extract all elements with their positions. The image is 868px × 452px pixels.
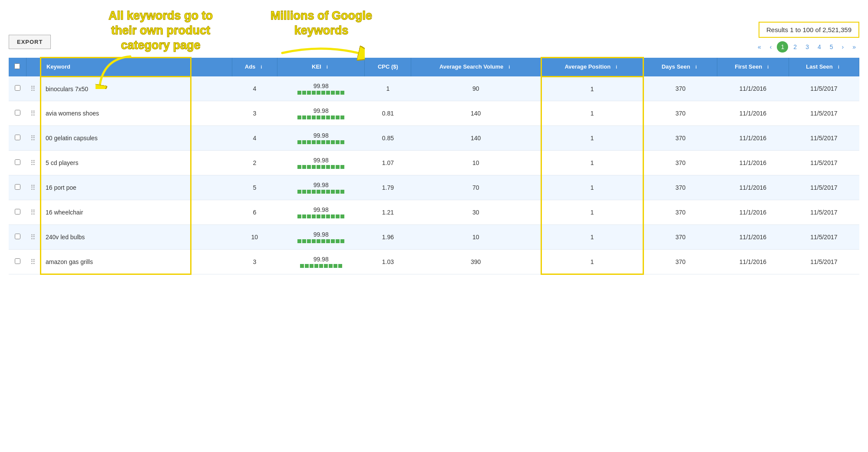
row-checkbox-cell[interactable] — [9, 151, 26, 175]
first-seen-cell: 11/1/2016 — [717, 225, 789, 250]
kei-bar-segment — [326, 91, 330, 95]
kei-bar-segment — [317, 165, 320, 169]
row-checkbox[interactable] — [15, 258, 20, 264]
first-seen-cell: 11/1/2016 — [717, 126, 789, 151]
cpc-cell: 1.79 — [365, 175, 411, 200]
row-checkbox[interactable] — [15, 159, 20, 165]
kei-cell: 99.98 — [277, 101, 364, 126]
avg-search-volume-cell: 140 — [411, 101, 541, 126]
kei-bar-segment — [336, 214, 340, 218]
th-checkbox[interactable] — [9, 58, 26, 77]
row-checkbox-cell[interactable] — [9, 200, 26, 225]
kei-bar-segment — [297, 115, 301, 119]
kei-bar-segment — [331, 190, 335, 194]
kei-value: 99.98 — [314, 132, 329, 139]
results-text: Results 1 to 100 of 2,521,359 — [766, 26, 851, 33]
row-checkbox[interactable] — [15, 184, 20, 190]
kei-bar-segment — [331, 115, 335, 119]
kei-bar-segment — [321, 140, 325, 144]
page-1-btn[interactable]: 1 — [777, 41, 788, 53]
keyword-cell: 16 port poe — [41, 175, 191, 200]
page-2-btn[interactable]: 2 — [790, 42, 800, 52]
kei-bar-segment — [317, 239, 320, 243]
avg-search-volume-cell: 30 — [411, 200, 541, 225]
kei-bar-segment — [297, 140, 301, 144]
kei-value-container: 99.98 — [281, 82, 360, 95]
page-4-btn[interactable]: 4 — [814, 42, 825, 52]
avg-search-volume-cell: 90 — [411, 76, 541, 101]
kei-bar-segment — [336, 91, 340, 95]
kei-bar-segment — [300, 264, 304, 268]
row-checkbox-cell[interactable] — [9, 126, 26, 151]
kei-bar-segment — [312, 115, 316, 119]
kei-bar-segment — [340, 190, 344, 194]
drag-icon: ⠿ — [30, 85, 36, 92]
kei-bar — [297, 190, 344, 194]
kei-bar-segment — [331, 214, 335, 218]
kei-bar — [297, 91, 344, 95]
kei-value-container: 99.98 — [281, 132, 360, 144]
row-checkbox-cell[interactable] — [9, 250, 26, 274]
page-5-btn[interactable]: 5 — [826, 42, 837, 52]
kei-value: 99.98 — [314, 107, 329, 114]
kei-bar-segment — [317, 91, 320, 95]
kei-cell: 99.98 — [277, 76, 364, 101]
pagination[interactable]: « ‹ 1 2 3 4 5 › » — [754, 41, 859, 53]
kei-bar — [297, 115, 344, 119]
kei-bar-segment — [331, 239, 335, 243]
arrow-left-icon — [96, 54, 148, 89]
table-row: ⠿ amazon gas grills 3 99.98 1.03 390 1 3… — [9, 250, 859, 274]
avg-position-cell: 1 — [541, 200, 643, 225]
spacer-cell — [191, 200, 232, 225]
kei-bar-segment — [326, 239, 330, 243]
avg-position-cell: 1 — [541, 250, 643, 274]
row-checkbox-cell[interactable] — [9, 225, 26, 250]
row-checkbox-cell[interactable] — [9, 101, 26, 126]
kei-bar-segment — [312, 239, 316, 243]
kei-bar-segment — [314, 264, 318, 268]
page-prev-btn[interactable]: ‹ — [766, 42, 776, 52]
kei-value-container: 99.98 — [281, 157, 360, 169]
row-checkbox[interactable] — [15, 85, 20, 91]
kei-cell: 99.98 — [277, 225, 364, 250]
ads-cell: 3 — [232, 101, 277, 126]
page-next-btn[interactable]: › — [838, 42, 848, 52]
kei-bar-segment — [302, 115, 306, 119]
row-checkbox-cell[interactable] — [9, 175, 26, 200]
export-button[interactable]: EXPORT — [9, 35, 51, 49]
kei-value: 99.98 — [314, 206, 329, 213]
kei-bar-segment — [297, 91, 301, 95]
kei-cell: 99.98 — [277, 126, 364, 151]
row-checkbox[interactable] — [15, 209, 20, 214]
drag-icon: ⠿ — [30, 234, 36, 241]
row-checkbox-cell[interactable] — [9, 76, 26, 101]
drag-cell: ⠿ — [26, 225, 41, 250]
kei-bar-segment — [340, 115, 344, 119]
kei-bar-segment — [307, 239, 311, 243]
kei-bar-segment — [336, 115, 340, 119]
drag-icon: ⠿ — [30, 209, 36, 216]
results-box: Results 1 to 100 of 2,521,359 — [759, 22, 859, 38]
page-first-btn[interactable]: « — [754, 42, 765, 52]
keyword-cell: 16 wheelchair — [41, 200, 191, 225]
row-checkbox[interactable] — [15, 110, 20, 115]
kei-bar-segment — [302, 140, 306, 144]
kei-bar-segment — [307, 214, 311, 218]
row-checkbox[interactable] — [15, 135, 20, 140]
first-seen-cell: 11/1/2016 — [717, 101, 789, 126]
page-last-btn[interactable]: » — [849, 42, 859, 52]
spacer-cell — [191, 151, 232, 175]
cpc-cell: 1 — [365, 76, 411, 101]
annotation-middle: Millions of Google keywords — [261, 9, 382, 68]
kei-cell: 99.98 — [277, 200, 364, 225]
kei-bar-segment — [338, 264, 342, 268]
avg-position-header-label: Average Position — [564, 63, 611, 70]
drag-cell: ⠿ — [26, 126, 41, 151]
page-3-btn[interactable]: 3 — [802, 42, 812, 52]
row-checkbox[interactable] — [15, 234, 20, 239]
kei-value: 99.98 — [314, 181, 329, 188]
select-all-checkbox[interactable] — [14, 63, 20, 69]
avg-search-volume-header-label: Average Search Volume — [439, 63, 503, 70]
kei-bar-segment — [331, 140, 335, 144]
kei-bar-segment — [326, 115, 330, 119]
